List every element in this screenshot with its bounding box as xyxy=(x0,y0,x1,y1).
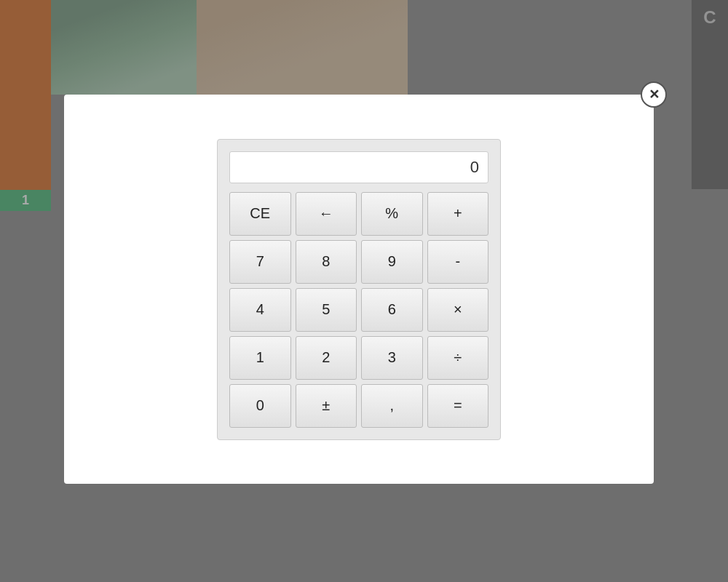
one-button[interactable]: 1 xyxy=(229,336,291,380)
close-button[interactable]: ✕ xyxy=(641,81,667,108)
equals-button[interactable]: = xyxy=(427,384,489,428)
five-button[interactable]: 5 xyxy=(296,288,357,332)
calc-grid: CE←%+789-456×123÷0±,= xyxy=(229,192,488,428)
calculator-modal: ✕ 0 CE←%+789-456×123÷0±,= xyxy=(64,95,654,484)
calc-display: 0 xyxy=(229,151,488,183)
plusminus-button[interactable]: ± xyxy=(296,384,357,428)
ce-button[interactable]: CE xyxy=(229,192,291,236)
two-button[interactable]: 2 xyxy=(296,336,357,380)
multiply-button[interactable]: × xyxy=(427,288,489,332)
display-value: 0 xyxy=(470,158,479,177)
nine-button[interactable]: 9 xyxy=(361,240,423,284)
subtract-button[interactable]: - xyxy=(427,240,489,284)
add-button[interactable]: + xyxy=(427,192,489,236)
four-button[interactable]: 4 xyxy=(229,288,291,332)
decimal-button[interactable]: , xyxy=(361,384,423,428)
seven-button[interactable]: 7 xyxy=(229,240,291,284)
calculator: 0 CE←%+789-456×123÷0±,= xyxy=(217,139,501,440)
eight-button[interactable]: 8 xyxy=(296,240,357,284)
three-button[interactable]: 3 xyxy=(361,336,423,380)
divide-button[interactable]: ÷ xyxy=(427,336,489,380)
percent-button[interactable]: % xyxy=(361,192,423,236)
backspace-button[interactable]: ← xyxy=(296,192,357,236)
zero-button[interactable]: 0 xyxy=(229,384,291,428)
six-button[interactable]: 6 xyxy=(361,288,423,332)
